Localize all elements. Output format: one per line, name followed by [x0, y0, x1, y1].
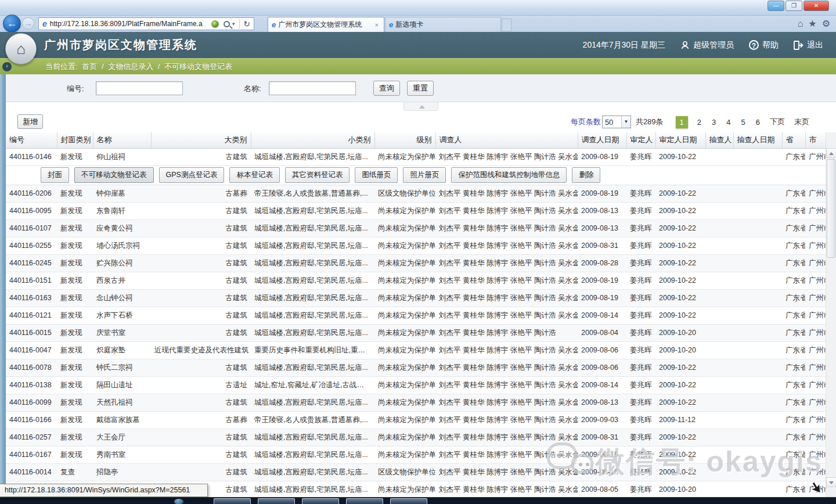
- table-row[interactable]: 440116-0257新发现大王会厅古建筑城垣城楼,宫殿府邸,宅第民居,坛庙..…: [6, 429, 826, 446]
- favorites-star-icon[interactable]: ★: [808, 19, 816, 29]
- column-header[interactable]: 市: [805, 132, 826, 148]
- column-header[interactable]: 名称: [93, 132, 151, 148]
- column-header[interactable]: 省: [782, 132, 805, 148]
- table-row[interactable]: 440116-0255新发现埔心汤氏宗祠古建筑城垣城楼,宫殿府邸,宅第民居,坛庙…: [6, 237, 826, 254]
- table-row[interactable]: 440116-0151新发现西泉古井古建筑城垣城楼,宫殿府邸,宅第民居,坛庙..…: [6, 272, 826, 289]
- address-bar[interactable]: e http://172.18.18.36:8091/PlatFrame/Mai…: [38, 17, 254, 30]
- column-header[interactable]: 抽查人: [705, 132, 733, 148]
- taskbar-button[interactable]: [214, 498, 251, 504]
- detail-button-7[interactable]: 保护范围线和建筑控制地带信息: [451, 167, 567, 183]
- tab-close-icon[interactable]: ×: [373, 21, 380, 28]
- column-header[interactable]: 审定人日期: [655, 132, 705, 148]
- home-icon[interactable]: ⌂: [798, 19, 803, 29]
- next-page-link[interactable]: 下页: [770, 117, 785, 127]
- page-link-6[interactable]: 6: [756, 118, 760, 127]
- taskbar-button[interactable]: [258, 498, 295, 504]
- page-link-4[interactable]: 4: [726, 118, 730, 127]
- cell-name: 招隐亭: [93, 463, 151, 481]
- table-row[interactable]: 440116-0163新发现念山钟公祠古建筑城垣城楼,宫殿府邸,宅第民居,坛庙.…: [6, 289, 826, 307]
- column-header[interactable]: 抽查人日期: [733, 132, 782, 148]
- table-row[interactable]: 440116-0245新发现贮兴陈公祠古建筑城垣城楼,宫殿府邸,宅第民居,坛庙.…: [6, 254, 826, 272]
- column-header[interactable]: 封面类别: [57, 132, 93, 148]
- forward-button[interactable]: →: [22, 17, 34, 30]
- breadcrumb-home[interactable]: 首页: [82, 62, 97, 71]
- detail-button-6[interactable]: 照片册页: [403, 167, 446, 183]
- vertical-scrollbar[interactable]: [826, 132, 836, 497]
- detail-button-8[interactable]: 删除: [572, 167, 600, 183]
- close-button[interactable]: ✕: [803, 1, 829, 11]
- page-link-2[interactable]: 2: [697, 118, 701, 127]
- scroll-down-button[interactable]: [826, 477, 836, 487]
- taskbar-button[interactable]: [346, 498, 383, 504]
- back-button[interactable]: ←: [3, 15, 21, 33]
- cell-audit_date: 2009-10-22: [655, 359, 705, 376]
- column-header[interactable]: 编号: [6, 132, 57, 148]
- column-header[interactable]: 审定人: [626, 132, 655, 148]
- search-icon[interactable]: [224, 21, 230, 27]
- table-row[interactable]: 440116-0078新发现钟氏二宗祠古建筑城垣城楼,宫殿府邸,宅第民居,坛庙.…: [6, 359, 826, 376]
- detail-button-5[interactable]: 图纸册页: [355, 167, 398, 183]
- detail-button-3[interactable]: 标本登记表: [229, 167, 280, 183]
- detail-button-4[interactable]: 其它资料登记表: [285, 167, 350, 183]
- per-page-select[interactable]: 50 ▼: [602, 116, 631, 128]
- cell-bigcat: 古建筑: [151, 202, 251, 219]
- help-button[interactable]: ? 帮助: [749, 40, 779, 51]
- detail-button-0[interactable]: 封面: [41, 167, 69, 183]
- taskbar-button[interactable]: [302, 498, 339, 504]
- user-menu[interactable]: 超级管理员: [680, 40, 734, 51]
- table-row[interactable]: 440116-0099新发现天然孔祖祠古建筑城垣城楼,宫殿府邸,宅第民居,坛庙.…: [6, 394, 826, 411]
- name-input[interactable]: [269, 81, 356, 95]
- query-button[interactable]: 查询: [373, 81, 400, 96]
- table-row[interactable]: 440116-0014复查招隐亭古建筑城垣城楼,宫殿府邸,宅第民居,坛庙...区…: [6, 463, 826, 481]
- id-input[interactable]: [96, 81, 183, 95]
- tab-relics-system[interactable]: e 广州市萝岗区文物管理系统 ×: [268, 17, 384, 32]
- last-page-link[interactable]: 末页: [794, 117, 809, 127]
- taskbar-button[interactable]: [390, 498, 427, 504]
- start-orb-icon[interactable]: [174, 499, 183, 504]
- cell-inv: 刘杰平 黄桂华 陈博宇 张艳平 陶计浩 吴水金: [435, 394, 578, 411]
- column-header[interactable]: 大类别: [151, 132, 251, 148]
- new-tab-button[interactable]: [502, 19, 511, 31]
- add-button[interactable]: 新增: [17, 114, 43, 129]
- detail-button-2[interactable]: GPS测点登记表: [159, 167, 225, 183]
- table-row[interactable]: 440116-0206新发现钟仰崖墓古墓葬帝王陵寝,名人或贵族墓,普通墓葬,..…: [6, 185, 826, 202]
- restore-button[interactable]: ❐: [785, 1, 802, 11]
- url-text[interactable]: http://172.18.18.36:8091/PlatFrame/MainF…: [50, 20, 210, 28]
- scrollbar-thumb[interactable]: [827, 159, 835, 258]
- breadcrumb-entry[interactable]: 文物信息录入: [108, 62, 153, 71]
- table-row[interactable]: 440116-0107新发现应奇黄公祠古建筑城垣城楼,宫殿府邸,宅第民居,坛庙.…: [6, 219, 826, 237]
- cell-smallcat: 城垣城楼,宫殿府邸,宅第民居,坛庙...: [251, 324, 374, 341]
- search-dropdown-icon[interactable]: ▼: [231, 21, 236, 27]
- minimize-button[interactable]: —: [767, 1, 784, 11]
- column-header[interactable]: 调查人: [435, 132, 578, 148]
- page-link-1[interactable]: 1: [676, 116, 688, 128]
- logout-button[interactable]: 退出: [794, 40, 823, 51]
- tab-new-tab[interactable]: e 新选项卡: [385, 17, 501, 32]
- table-row[interactable]: 440116-0166新发现戴德富家族墓古墓葬帝王陵寝,名人或贵族墓,普通墓葬,…: [6, 411, 826, 429]
- scroll-up-button[interactable]: [826, 148, 836, 158]
- left-panel-strip[interactable]: [0, 74, 6, 497]
- cell-level: 尚未核定为保护单位: [374, 376, 435, 394]
- column-header[interactable]: 级别: [374, 132, 435, 148]
- table-row[interactable]: 440116-0015新发现庆堂书室古建筑城垣城楼,宫殿府邸,宅第民居,坛庙..…: [6, 324, 826, 341]
- compatibility-view-icon[interactable]: [211, 20, 219, 28]
- collapse-search-tab[interactable]: [403, 102, 438, 111]
- home-logo-button[interactable]: ⌂: [5, 33, 37, 64]
- cell-check_date: [733, 359, 782, 376]
- column-header[interactable]: 小类别: [251, 132, 374, 148]
- table-row[interactable]: 440116-0167新发现秀南书室古建筑城垣城楼,宫殿府邸,宅第民居,坛庙..…: [6, 446, 826, 463]
- column-header[interactable]: 调查人日期: [578, 132, 626, 148]
- collapse-arrow-icon[interactable]: ›: [2, 62, 12, 71]
- table-row[interactable]: 440116-0047新发现炽庭家塾近现代重要史迹及代表性建筑重要历史事件和重要…: [6, 341, 826, 359]
- reset-button[interactable]: 重置: [407, 81, 434, 96]
- page-link-3[interactable]: 3: [712, 118, 716, 127]
- refresh-icon[interactable]: ↻: [239, 19, 250, 28]
- detail-button-1[interactable]: 不可移动文物登记表: [74, 167, 154, 183]
- settings-gear-icon[interactable]: ⚙: [822, 19, 830, 29]
- cell-inv_date: 2009-08-19: [578, 446, 626, 463]
- table-row[interactable]: 440116-0146新发现仰山祖祠古建筑城垣城楼,宫殿府邸,宅第民居,坛庙..…: [6, 148, 826, 165]
- table-row[interactable]: 440116-0121新发现水声下石桥古建筑城垣城楼,宫殿府邸,宅第民居,坛庙.…: [6, 307, 826, 324]
- table-row[interactable]: 440116-0138新发现隔田山遗址古遗址城址,窑址,窖藏址,矿冶遗址,古战场…: [6, 376, 826, 394]
- page-link-5[interactable]: 5: [741, 118, 745, 127]
- table-row[interactable]: 440116-0095新发现东鲁南轩古建筑城垣城楼,宫殿府邸,宅第民居,坛庙..…: [6, 202, 826, 219]
